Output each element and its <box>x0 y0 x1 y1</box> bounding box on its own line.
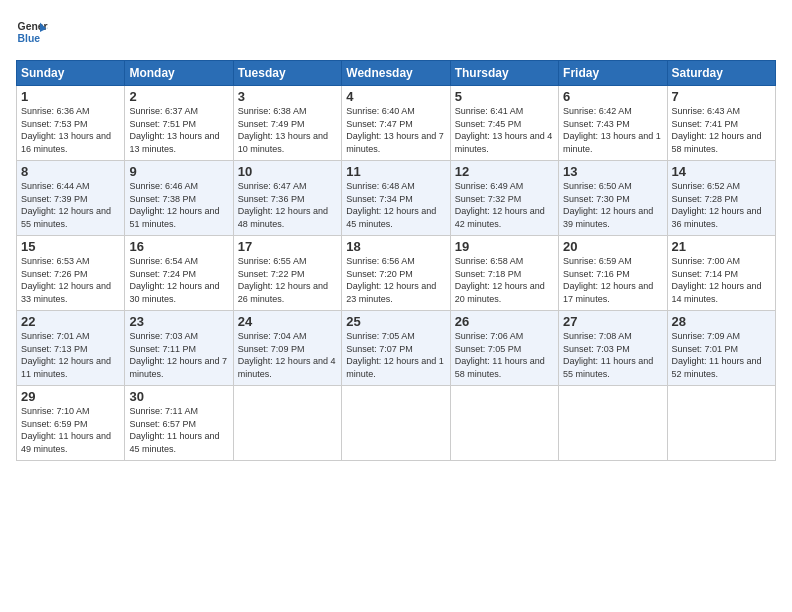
calendar-day-cell: 28 Sunrise: 7:09 AM Sunset: 7:01 PM Dayl… <box>667 311 775 386</box>
calendar-day-cell: 17 Sunrise: 6:55 AM Sunset: 7:22 PM Dayl… <box>233 236 341 311</box>
day-number: 8 <box>21 164 120 179</box>
day-info: Sunrise: 6:50 AM Sunset: 7:30 PM Dayligh… <box>563 180 662 230</box>
day-number: 9 <box>129 164 228 179</box>
day-info: Sunrise: 6:38 AM Sunset: 7:49 PM Dayligh… <box>238 105 337 155</box>
weekday-header-cell: Friday <box>559 61 667 86</box>
sunrise-text: Sunrise: 7:05 AM <box>346 331 415 341</box>
calendar-day-cell: 25 Sunrise: 7:05 AM Sunset: 7:07 PM Dayl… <box>342 311 450 386</box>
calendar-day-cell: 8 Sunrise: 6:44 AM Sunset: 7:39 PM Dayli… <box>17 161 125 236</box>
calendar-day-cell: 22 Sunrise: 7:01 AM Sunset: 7:13 PM Dayl… <box>17 311 125 386</box>
sunset-text: Sunset: 7:16 PM <box>563 269 630 279</box>
day-info: Sunrise: 7:00 AM Sunset: 7:14 PM Dayligh… <box>672 255 771 305</box>
sunrise-text: Sunrise: 7:08 AM <box>563 331 632 341</box>
sunset-text: Sunset: 7:38 PM <box>129 194 196 204</box>
calendar-day-cell: 11 Sunrise: 6:48 AM Sunset: 7:34 PM Dayl… <box>342 161 450 236</box>
calendar-day-cell <box>667 386 775 461</box>
calendar-table: SundayMondayTuesdayWednesdayThursdayFrid… <box>16 60 776 461</box>
calendar-day-cell: 4 Sunrise: 6:40 AM Sunset: 7:47 PM Dayli… <box>342 86 450 161</box>
sunrise-text: Sunrise: 7:04 AM <box>238 331 307 341</box>
daylight-text: Daylight: 12 hours and 30 minutes. <box>129 281 219 304</box>
day-number: 7 <box>672 89 771 104</box>
day-number: 18 <box>346 239 445 254</box>
day-number: 20 <box>563 239 662 254</box>
calendar-day-cell: 15 Sunrise: 6:53 AM Sunset: 7:26 PM Dayl… <box>17 236 125 311</box>
sunset-text: Sunset: 7:18 PM <box>455 269 522 279</box>
sunrise-text: Sunrise: 7:03 AM <box>129 331 198 341</box>
sunrise-text: Sunrise: 6:50 AM <box>563 181 632 191</box>
day-number: 3 <box>238 89 337 104</box>
day-info: Sunrise: 6:36 AM Sunset: 7:53 PM Dayligh… <box>21 105 120 155</box>
calendar-container: General Blue SundayMondayTuesdayWednesda… <box>0 0 792 612</box>
daylight-text: Daylight: 11 hours and 45 minutes. <box>129 431 219 454</box>
sunset-text: Sunset: 7:36 PM <box>238 194 305 204</box>
calendar-day-cell: 13 Sunrise: 6:50 AM Sunset: 7:30 PM Dayl… <box>559 161 667 236</box>
calendar-day-cell: 30 Sunrise: 7:11 AM Sunset: 6:57 PM Dayl… <box>125 386 233 461</box>
sunset-text: Sunset: 7:49 PM <box>238 119 305 129</box>
day-number: 4 <box>346 89 445 104</box>
calendar-day-cell: 24 Sunrise: 7:04 AM Sunset: 7:09 PM Dayl… <box>233 311 341 386</box>
sunset-text: Sunset: 7:41 PM <box>672 119 739 129</box>
calendar-day-cell <box>233 386 341 461</box>
day-number: 14 <box>672 164 771 179</box>
day-info: Sunrise: 6:47 AM Sunset: 7:36 PM Dayligh… <box>238 180 337 230</box>
calendar-week-row: 8 Sunrise: 6:44 AM Sunset: 7:39 PM Dayli… <box>17 161 776 236</box>
calendar-day-cell: 3 Sunrise: 6:38 AM Sunset: 7:49 PM Dayli… <box>233 86 341 161</box>
calendar-day-cell: 14 Sunrise: 6:52 AM Sunset: 7:28 PM Dayl… <box>667 161 775 236</box>
sunrise-text: Sunrise: 7:01 AM <box>21 331 90 341</box>
daylight-text: Daylight: 13 hours and 10 minutes. <box>238 131 328 154</box>
sunset-text: Sunset: 7:13 PM <box>21 344 88 354</box>
sunset-text: Sunset: 7:39 PM <box>21 194 88 204</box>
calendar-day-cell: 23 Sunrise: 7:03 AM Sunset: 7:11 PM Dayl… <box>125 311 233 386</box>
calendar-day-cell: 9 Sunrise: 6:46 AM Sunset: 7:38 PM Dayli… <box>125 161 233 236</box>
sunrise-text: Sunrise: 6:44 AM <box>21 181 90 191</box>
daylight-text: Daylight: 12 hours and 17 minutes. <box>563 281 653 304</box>
calendar-day-cell: 7 Sunrise: 6:43 AM Sunset: 7:41 PM Dayli… <box>667 86 775 161</box>
day-info: Sunrise: 7:09 AM Sunset: 7:01 PM Dayligh… <box>672 330 771 380</box>
day-number: 24 <box>238 314 337 329</box>
sunset-text: Sunset: 7:24 PM <box>129 269 196 279</box>
calendar-day-cell: 1 Sunrise: 6:36 AM Sunset: 7:53 PM Dayli… <box>17 86 125 161</box>
sunset-text: Sunset: 7:28 PM <box>672 194 739 204</box>
sunset-text: Sunset: 6:59 PM <box>21 419 88 429</box>
day-number: 10 <box>238 164 337 179</box>
day-info: Sunrise: 6:58 AM Sunset: 7:18 PM Dayligh… <box>455 255 554 305</box>
daylight-text: Daylight: 12 hours and 4 minutes. <box>238 356 336 379</box>
calendar-day-cell: 6 Sunrise: 6:42 AM Sunset: 7:43 PM Dayli… <box>559 86 667 161</box>
sunset-text: Sunset: 7:34 PM <box>346 194 413 204</box>
day-number: 2 <box>129 89 228 104</box>
sunrise-text: Sunrise: 6:49 AM <box>455 181 524 191</box>
daylight-text: Daylight: 12 hours and 45 minutes. <box>346 206 436 229</box>
calendar-day-cell <box>559 386 667 461</box>
day-number: 29 <box>21 389 120 404</box>
sunset-text: Sunset: 7:03 PM <box>563 344 630 354</box>
daylight-text: Daylight: 12 hours and 20 minutes. <box>455 281 545 304</box>
sunrise-text: Sunrise: 6:58 AM <box>455 256 524 266</box>
calendar-day-cell: 21 Sunrise: 7:00 AM Sunset: 7:14 PM Dayl… <box>667 236 775 311</box>
daylight-text: Daylight: 13 hours and 1 minute. <box>563 131 661 154</box>
calendar-body: 1 Sunrise: 6:36 AM Sunset: 7:53 PM Dayli… <box>17 86 776 461</box>
sunset-text: Sunset: 7:53 PM <box>21 119 88 129</box>
daylight-text: Daylight: 12 hours and 55 minutes. <box>21 206 111 229</box>
sunset-text: Sunset: 7:07 PM <box>346 344 413 354</box>
day-info: Sunrise: 7:03 AM Sunset: 7:11 PM Dayligh… <box>129 330 228 380</box>
sunset-text: Sunset: 7:01 PM <box>672 344 739 354</box>
logo-icon: General Blue <box>16 16 48 48</box>
sunrise-text: Sunrise: 6:38 AM <box>238 106 307 116</box>
sunrise-text: Sunrise: 6:41 AM <box>455 106 524 116</box>
sunrise-text: Sunrise: 6:54 AM <box>129 256 198 266</box>
calendar-week-row: 29 Sunrise: 7:10 AM Sunset: 6:59 PM Dayl… <box>17 386 776 461</box>
sunrise-text: Sunrise: 6:37 AM <box>129 106 198 116</box>
daylight-text: Daylight: 13 hours and 7 minutes. <box>346 131 444 154</box>
daylight-text: Daylight: 11 hours and 58 minutes. <box>455 356 545 379</box>
day-info: Sunrise: 6:46 AM Sunset: 7:38 PM Dayligh… <box>129 180 228 230</box>
daylight-text: Daylight: 12 hours and 42 minutes. <box>455 206 545 229</box>
sunset-text: Sunset: 7:47 PM <box>346 119 413 129</box>
sunrise-text: Sunrise: 7:11 AM <box>129 406 198 416</box>
sunrise-text: Sunrise: 6:59 AM <box>563 256 632 266</box>
day-number: 15 <box>21 239 120 254</box>
daylight-text: Daylight: 13 hours and 13 minutes. <box>129 131 219 154</box>
sunrise-text: Sunrise: 6:40 AM <box>346 106 415 116</box>
sunrise-text: Sunrise: 6:42 AM <box>563 106 632 116</box>
daylight-text: Daylight: 13 hours and 4 minutes. <box>455 131 553 154</box>
day-number: 16 <box>129 239 228 254</box>
